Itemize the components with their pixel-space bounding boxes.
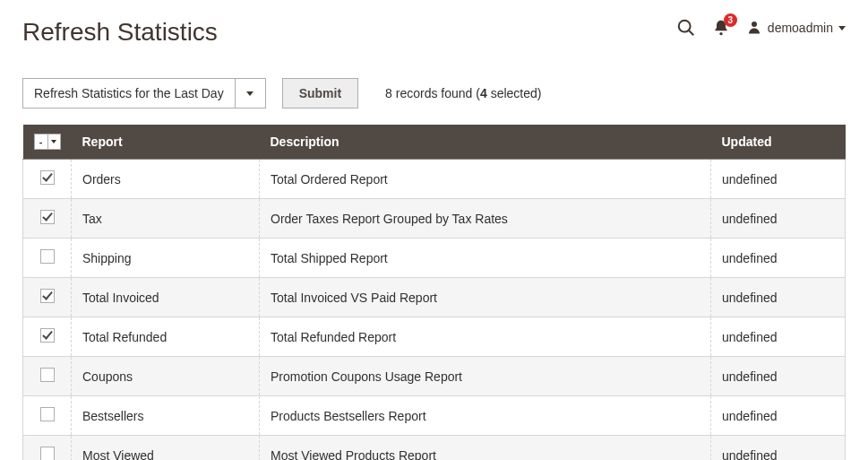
row-checkbox[interactable]: [40, 170, 55, 185]
cell-report: Coupons: [72, 357, 260, 396]
cell-updated: undefined: [711, 278, 846, 317]
row-checkbox[interactable]: [40, 249, 55, 264]
page-header: Refresh Statistics 3 demoadmin: [22, 18, 846, 47]
cell-description: Total Invoiced VS Paid Report: [260, 278, 711, 317]
svg-point-0: [679, 21, 691, 32]
table-row[interactable]: Most ViewedMost Viewed Products Reportun…: [23, 436, 846, 461]
table-row[interactable]: Total RefundedTotal Refunded Reportundef…: [23, 317, 846, 357]
cell-report: Tax: [72, 199, 260, 239]
toolbar: Refresh Statistics for the Last Day Subm…: [22, 78, 846, 108]
account-menu[interactable]: demoadmin: [746, 19, 846, 38]
cell-description: Order Taxes Report Grouped by Tax Rates: [260, 199, 711, 239]
header-actions: 3 demoadmin: [676, 18, 846, 38]
cell-report: Total Refunded: [72, 317, 260, 357]
column-select: -: [23, 125, 72, 160]
table-row[interactable]: OrdersTotal Ordered Reportundefined: [23, 160, 846, 199]
cell-description: Promotion Coupons Usage Report: [260, 357, 711, 396]
cell-report: Total Invoiced: [72, 278, 260, 317]
row-checkbox[interactable]: [40, 407, 55, 421]
svg-point-2: [719, 32, 722, 35]
chevron-down-icon[interactable]: [236, 78, 266, 108]
svg-line-1: [689, 30, 694, 36]
table-row[interactable]: TaxOrder Taxes Report Grouped by Tax Rat…: [23, 199, 846, 239]
table-row[interactable]: CouponsPromotion Coupons Usage Reportund…: [23, 357, 846, 396]
cell-report: Bestsellers: [72, 396, 260, 436]
mass-action-value: Refresh Statistics for the Last Day: [22, 78, 236, 108]
cell-description: Total Ordered Report: [260, 160, 711, 199]
user-icon: [746, 19, 762, 38]
column-updated[interactable]: Updated: [711, 125, 846, 160]
cell-report: Shipping: [72, 239, 260, 278]
account-name: demoadmin: [768, 21, 833, 35]
cell-updated: undefined: [711, 396, 846, 436]
cell-description: Total Shipped Report: [260, 239, 711, 278]
row-checkbox[interactable]: [40, 289, 55, 303]
search-icon[interactable]: [676, 18, 696, 38]
cell-description: Products Bestsellers Report: [260, 396, 711, 436]
submit-button[interactable]: Submit: [282, 78, 358, 108]
column-description[interactable]: Description: [260, 125, 711, 160]
table-row[interactable]: ShippingTotal Shipped Reportundefined: [23, 239, 846, 278]
cell-updated: undefined: [711, 436, 846, 461]
cell-updated: undefined: [711, 199, 846, 239]
cell-description: Total Refunded Report: [260, 317, 711, 357]
cell-report: Orders: [72, 160, 260, 199]
svg-point-3: [752, 22, 757, 27]
row-checkbox[interactable]: [40, 368, 55, 382]
cell-description: Most Viewed Products Report: [260, 436, 711, 461]
page-title: Refresh Statistics: [22, 18, 218, 47]
table-row[interactable]: Total InvoicedTotal Invoiced VS Paid Rep…: [23, 278, 846, 317]
select-all-toggle[interactable]: -: [34, 134, 61, 150]
row-checkbox[interactable]: [40, 447, 55, 460]
notifications-badge: 3: [724, 13, 737, 27]
cell-updated: undefined: [711, 160, 846, 199]
mass-action-select[interactable]: Refresh Statistics for the Last Day: [22, 78, 266, 108]
cell-updated: undefined: [711, 317, 846, 357]
row-checkbox[interactable]: [40, 210, 55, 224]
chevron-down-icon: [838, 26, 846, 30]
cell-updated: undefined: [711, 357, 846, 396]
table-row[interactable]: BestsellersProducts Bestsellers Reportun…: [23, 396, 846, 436]
cell-report: Most Viewed: [72, 436, 260, 461]
statistics-table: - Report Description Updated OrdersTotal…: [22, 125, 846, 460]
row-checkbox[interactable]: [40, 328, 55, 343]
column-report[interactable]: Report: [72, 125, 260, 160]
records-info: 8 records found (4 selected): [385, 86, 541, 100]
cell-updated: undefined: [711, 239, 846, 278]
notifications-icon[interactable]: 3: [712, 19, 730, 37]
